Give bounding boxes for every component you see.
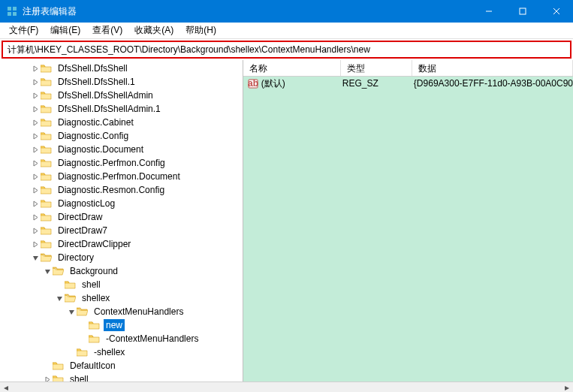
folder-icon	[41, 185, 53, 195]
tree-item-label: Directory	[56, 252, 96, 264]
expand-icon[interactable]	[30, 104, 41, 114]
window-title: 注册表编辑器	[23, 5, 472, 18]
tree-item-label: shell	[80, 279, 103, 291]
expand-icon[interactable]	[30, 225, 41, 236]
minimize-button[interactable]	[472, 0, 505, 23]
svg-text:ab: ab	[248, 78, 258, 89]
tree-item-label: Diagnostic.Cabinet	[56, 116, 136, 128]
tree-item-label: ContextMenuHandlers	[92, 306, 185, 318]
folder-icon	[41, 171, 53, 182]
column-header: 名称 类型 数据	[243, 60, 573, 77]
tree-item-label: Diagnostic.Perfmon.Document	[56, 170, 182, 182]
svg-rect-1	[13, 7, 17, 11]
tree-item-label: DfsShell.DfsShellAdmin	[56, 89, 155, 101]
tree-item[interactable]: DfsShell.DfsShellAdmin.1	[0, 102, 243, 116]
tree-item[interactable]: DfsShell.DfsShellAdmin	[0, 89, 243, 102]
tree-item[interactable]: DirectDrawClipper	[0, 237, 243, 251]
tree-item-label: DfsShell.DfsShell	[56, 62, 130, 74]
value-name: (默认)	[260, 77, 342, 90]
tree-item[interactable]: DfsShell.DfsShell	[0, 62, 243, 75]
tree-item-label: -ContextMenuHandlers	[104, 333, 201, 345]
expand-icon[interactable]	[30, 252, 41, 263]
tree-item[interactable]: Diagnostic.Perfmon.Config	[0, 156, 243, 170]
expand-icon[interactable]	[30, 131, 41, 141]
expand-icon[interactable]	[42, 374, 53, 381]
title-bar: 注册表编辑器	[0, 0, 573, 23]
close-button[interactable]	[539, 0, 573, 23]
tree-item-label: shell	[68, 373, 91, 381]
tree-item-label: Background	[68, 265, 120, 277]
tree-panel[interactable]: DfsShell.DfsShellDfsShell.DfsShell.1DfsS…	[0, 60, 243, 381]
scroll-left-icon[interactable]: ◂	[0, 382, 12, 392]
scroll-track[interactable]	[12, 382, 561, 392]
address-bar[interactable]: 计算机\HKEY_CLASSES_ROOT\Directory\Backgrou…	[2, 41, 571, 59]
tree-item[interactable]: shell	[0, 278, 243, 291]
folder-icon	[41, 90, 53, 101]
tree-item[interactable]: ContextMenuHandlers	[0, 305, 243, 318]
tree-item[interactable]: Diagnostic.Resmon.Config	[0, 183, 243, 197]
tree-item[interactable]: shell	[0, 372, 243, 381]
expand-icon[interactable]	[30, 158, 41, 168]
menu-bar: 文件(F) 编辑(E) 查看(V) 收藏夹(A) 帮助(H)	[0, 23, 573, 39]
expand-icon[interactable]	[30, 171, 41, 182]
tree-item[interactable]: Diagnostic.Perfmon.Document	[0, 170, 243, 183]
tree-item[interactable]: -shellex	[0, 345, 243, 359]
tree-item-label: DefaultIcon	[68, 360, 118, 372]
expand-icon[interactable]	[30, 144, 41, 155]
maximize-button[interactable]	[505, 0, 539, 23]
tree-item-label: Diagnostic.Resmon.Config	[56, 184, 167, 196]
tree-item-label: -shellex	[92, 346, 127, 358]
expand-icon[interactable]	[30, 185, 41, 195]
tree-item[interactable]: DirectDraw	[0, 210, 243, 224]
folder-icon	[89, 320, 101, 330]
horizontal-scrollbar[interactable]: ◂ ▸	[0, 381, 573, 392]
expand-icon[interactable]	[78, 333, 89, 344]
col-type[interactable]: 类型	[341, 60, 412, 76]
expand-icon[interactable]	[66, 306, 77, 317]
tree-item-label: Diagnostic.Config	[56, 130, 131, 142]
expand-icon[interactable]	[54, 279, 65, 290]
menu-favorites[interactable]: 收藏夹(A)	[128, 23, 179, 38]
expand-icon[interactable]	[42, 360, 53, 371]
expand-icon[interactable]	[30, 198, 41, 209]
expand-icon[interactable]	[30, 212, 41, 222]
expand-icon[interactable]	[54, 293, 65, 303]
svg-rect-2	[8, 12, 11, 16]
value-row[interactable]: ab(默认)REG_SZ{D969A300-E7FF-11d0-A93B-00A…	[243, 77, 573, 90]
col-name[interactable]: 名称	[243, 60, 341, 76]
folder-icon	[41, 212, 53, 222]
expand-icon[interactable]	[30, 90, 41, 101]
tree-item[interactable]: shellex	[0, 291, 243, 305]
expand-icon[interactable]	[30, 239, 41, 249]
tree-item[interactable]: new	[0, 318, 243, 332]
folder-icon	[53, 360, 65, 371]
folder-icon	[41, 198, 53, 209]
folder-icon	[41, 144, 53, 155]
menu-view[interactable]: 查看(V)	[86, 23, 128, 38]
folder-icon	[41, 239, 53, 249]
expand-icon[interactable]	[78, 320, 89, 330]
tree-item[interactable]: -ContextMenuHandlers	[0, 332, 243, 345]
tree-item[interactable]: DefaultIcon	[0, 359, 243, 372]
col-data[interactable]: 数据	[412, 60, 573, 76]
menu-help[interactable]: 帮助(H)	[179, 23, 222, 38]
menu-file[interactable]: 文件(F)	[3, 23, 44, 38]
tree-item[interactable]: DiagnosticLog	[0, 197, 243, 210]
tree-item[interactable]: Diagnostic.Config	[0, 129, 243, 143]
tree-item[interactable]: DfsShell.DfsShell.1	[0, 75, 243, 89]
tree-item[interactable]: Diagnostic.Cabinet	[0, 116, 243, 129]
tree-item[interactable]: Directory	[0, 251, 243, 264]
scroll-right-icon[interactable]: ▸	[561, 382, 573, 392]
folder-icon	[53, 266, 65, 276]
value-panel: 名称 类型 数据 ab(默认)REG_SZ{D969A300-E7FF-11d0…	[243, 60, 573, 381]
expand-icon[interactable]	[42, 266, 53, 276]
expand-icon[interactable]	[30, 77, 41, 87]
expand-icon[interactable]	[30, 63, 41, 74]
tree-item[interactable]: Diagnostic.Document	[0, 143, 243, 156]
tree-item[interactable]: DirectDraw7	[0, 224, 243, 237]
expand-icon[interactable]	[66, 347, 77, 357]
tree-item[interactable]: Background	[0, 264, 243, 278]
menu-edit[interactable]: 编辑(E)	[44, 23, 86, 38]
folder-icon	[65, 293, 77, 303]
expand-icon[interactable]	[30, 117, 41, 128]
